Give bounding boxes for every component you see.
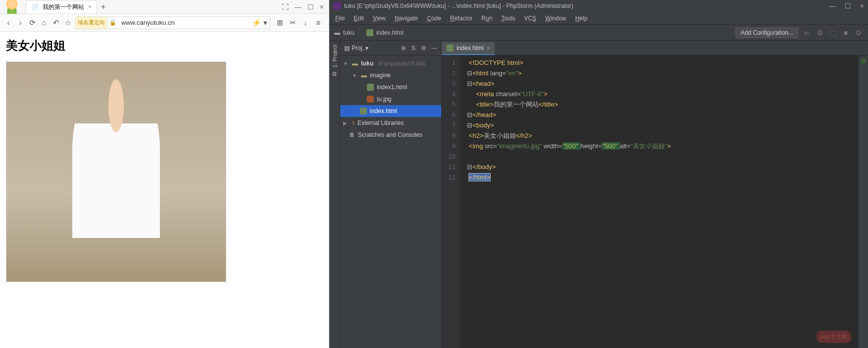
page-content: 美女小姐姐 — [0, 32, 329, 348]
flash-icon[interactable]: ⚡ — [252, 18, 261, 27]
address-bar[interactable]: 域名重定向 🔒 ⚡ ▾ — [75, 16, 270, 29]
tree-label: index.html — [370, 108, 397, 115]
crumb-file[interactable]: index.html — [376, 29, 404, 36]
tree-label: External Libraries — [357, 119, 404, 126]
ide-minimize-icon[interactable]: — — [829, 2, 836, 10]
editor-tab-label: index.html — [457, 45, 484, 52]
tree-label: tu.jpg — [377, 96, 391, 103]
coverage-icon[interactable]: ⬚ — [828, 29, 837, 37]
add-configuration-button[interactable]: Add Configuration... — [735, 27, 799, 38]
error-stripe — [858, 56, 868, 348]
tree-root-path: E:\phpStudyV8.0x6 — [378, 60, 425, 66]
menu-vcs[interactable]: VCS — [524, 15, 536, 22]
menu-run[interactable]: Run — [481, 15, 492, 22]
code-editor[interactable]: 123456789101112 <!DOCTYPE html> ⊟<html l… — [442, 56, 868, 348]
tab-close-icon[interactable]: × — [88, 3, 92, 10]
chevron-right-icon[interactable]: ▶ — [343, 120, 349, 126]
chevron-down-icon[interactable]: ▼ — [343, 61, 349, 66]
stop-icon[interactable]: ■ — [841, 29, 850, 37]
expand-collapse-icon[interactable]: ⇅ — [411, 45, 416, 52]
tree-folder-imagine[interactable]: ▼ ▬ imagine — [340, 69, 441, 81]
browser-tab[interactable]: 📄 我的第一个网站 × — [26, 0, 97, 13]
html-file-icon — [366, 29, 373, 36]
project-dropdown[interactable]: ▤ Proj..▾ — [344, 45, 368, 52]
menu-help[interactable]: Help — [575, 15, 588, 22]
run-icon[interactable]: ▶ — [803, 29, 812, 37]
forward-button[interactable]: › — [16, 18, 25, 27]
reload-button[interactable]: ⟳ — [28, 18, 37, 27]
window-minimize-icon[interactable]: — — [295, 3, 302, 11]
menu-navigate[interactable]: Navigate — [395, 15, 418, 22]
chevron-down-icon[interactable]: ▼ — [352, 73, 358, 78]
project-tool-button[interactable]: 1: Project — [332, 45, 338, 67]
browser-tabstrip: 📄 我的第一个网站 × + ⛶ — ☐ × — [0, 0, 329, 14]
debug-icon[interactable]: ⚙ — [816, 29, 824, 37]
window-close-icon[interactable]: × — [320, 3, 324, 11]
structure-tool-icon[interactable]: ⧉ — [332, 70, 337, 77]
content-image — [6, 61, 226, 282]
folder-icon: ▬ — [361, 72, 367, 79]
url-more-icon[interactable]: ▾ — [261, 18, 270, 27]
inspection-indicator[interactable] — [861, 58, 866, 63]
lock-icon: 🔒 — [109, 19, 116, 26]
image-file-icon — [367, 96, 374, 103]
menu-view[interactable]: View — [373, 15, 386, 22]
undo-nav-button[interactable]: ↶ — [51, 18, 60, 27]
tree-root[interactable]: ▼ ▬ tuku E:\phpStudyV8.0x6 — [340, 58, 441, 69]
menu-code[interactable]: Code — [427, 15, 441, 22]
watermark: php 中文网 — [817, 331, 851, 343]
snip-icon[interactable]: ✂ — [288, 18, 297, 27]
crumb-root[interactable]: tuku — [343, 29, 355, 36]
editor-tab[interactable]: index.html × — [442, 42, 495, 55]
new-tab-button[interactable]: + — [101, 2, 105, 11]
menu-tools[interactable]: Tools — [501, 15, 515, 22]
back-button[interactable]: ‹ — [4, 18, 13, 27]
crumb-sep: 〉 — [357, 28, 363, 37]
editor-tabstrip: index.html × — [442, 41, 868, 56]
tree-file-index1[interactable]: index1.html — [340, 81, 441, 93]
tree-label: Scratches and Consoles — [358, 131, 422, 138]
breadcrumb[interactable]: ▬ tuku 〉 index.html — [334, 28, 403, 37]
project-tree-header: ▤ Proj..▾ ⊕ ⇅ ⚙ — — [340, 41, 441, 56]
menu-window[interactable]: Window — [545, 15, 566, 22]
ide-titlebar: tuku [E:\phpStudyV8.0x64\WWW\tuku] - ...… — [329, 0, 868, 12]
tree-root-label: tuku — [361, 60, 373, 67]
favorite-button[interactable]: ☆ — [63, 18, 72, 27]
ide-title-text: tuku [E:\phpStudyV8.0x64\WWW\tuku] - ...… — [344, 2, 573, 9]
scratches-icon: 🗎 — [349, 131, 355, 138]
menu-edit[interactable]: Edit — [354, 15, 364, 22]
select-target-icon[interactable]: ⊕ — [401, 45, 406, 52]
tree-file-index[interactable]: index.html — [340, 105, 441, 117]
page-icon: 📄 — [31, 3, 39, 10]
search-everywhere-icon[interactable]: ⯐ — [854, 29, 863, 37]
hide-tree-icon[interactable]: — — [431, 45, 437, 52]
code-body[interactable]: <!DOCTYPE html> ⊟<html lang="en"> ⊟<head… — [460, 56, 858, 348]
project-tree: ▤ Proj..▾ ⊕ ⇅ ⚙ — ▼ ▬ tuku E:\phpStudyV8… — [340, 41, 442, 348]
home-button[interactable]: ⌂ — [40, 18, 49, 27]
html-file-icon — [367, 84, 374, 91]
menu-refactor[interactable]: Refactor — [450, 15, 472, 22]
ide-close-icon[interactable]: × — [860, 2, 864, 10]
browser-toolbar: ‹ › ⟳ ⌂ ↶ ☆ 域名重定向 🔒 ⚡ ▾ ⊞ ✂ ↓ ≡ — [0, 14, 329, 32]
apps-grid-icon[interactable]: ⊞ — [275, 18, 284, 27]
ide-body: 1: Project ⧉ ▤ Proj..▾ ⊕ ⇅ ⚙ — ▼ ▬ tuku … — [329, 41, 868, 348]
tree-body: ▼ ▬ tuku E:\phpStudyV8.0x6 ▼ ▬ imagine i… — [340, 56, 441, 348]
tree-settings-icon[interactable]: ⚙ — [421, 45, 426, 52]
tree-file-tu[interactable]: tu.jpg — [340, 93, 441, 105]
editor-tab-close-icon[interactable]: × — [487, 45, 490, 51]
ide-navbar: ▬ tuku 〉 index.html Add Configuration...… — [329, 25, 868, 41]
menu-file[interactable]: File — [335, 15, 345, 22]
portal-icon[interactable]: ⛶ — [282, 3, 289, 11]
window-maximize-icon[interactable]: ☐ — [307, 3, 314, 11]
profile-avatar[interactable] — [4, 0, 20, 15]
tree-label: index1.html — [377, 84, 407, 91]
tree-external-libs[interactable]: ▶ ⫴ External Libraries — [340, 117, 441, 129]
tree-scratches[interactable]: 🗎 Scratches and Consoles — [340, 129, 441, 141]
ide-maximize-icon[interactable]: ☐ — [845, 2, 851, 10]
redirect-tag: 域名重定向 — [76, 17, 107, 29]
download-icon[interactable]: ↓ — [301, 18, 310, 27]
folder-icon: ▬ — [352, 60, 358, 67]
menu-icon[interactable]: ≡ — [314, 18, 323, 27]
url-input[interactable] — [118, 19, 252, 26]
left-tool-strip: 1: Project ⧉ — [329, 41, 340, 348]
